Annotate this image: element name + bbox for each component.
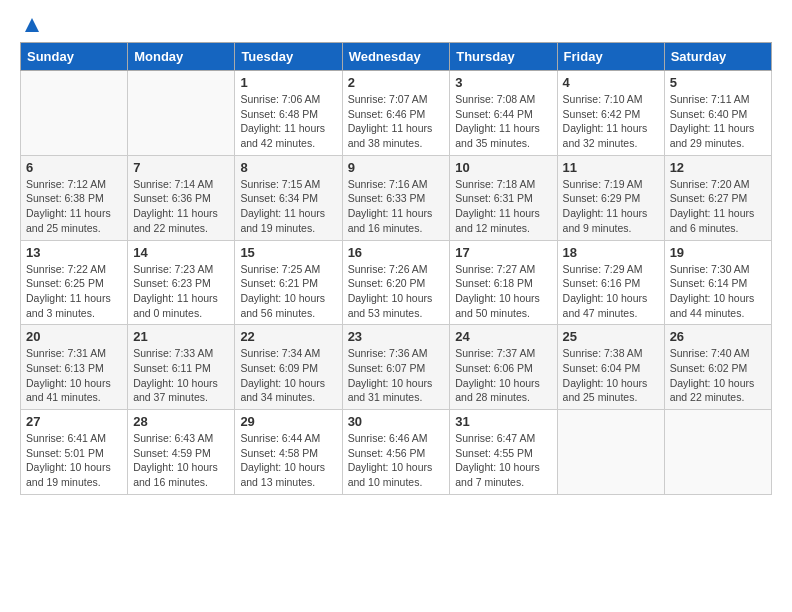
calendar-cell — [664, 410, 771, 495]
calendar-cell: 30Sunrise: 6:46 AMSunset: 4:56 PMDayligh… — [342, 410, 450, 495]
day-number: 23 — [348, 329, 445, 344]
weekday-header-sunday: Sunday — [21, 43, 128, 71]
day-number: 30 — [348, 414, 445, 429]
day-info: Sunrise: 7:36 AMSunset: 6:07 PMDaylight:… — [348, 346, 445, 405]
calendar-week-row: 1Sunrise: 7:06 AMSunset: 6:48 PMDaylight… — [21, 71, 772, 156]
calendar-cell: 24Sunrise: 7:37 AMSunset: 6:06 PMDayligh… — [450, 325, 557, 410]
day-number: 20 — [26, 329, 122, 344]
day-number: 3 — [455, 75, 551, 90]
day-info: Sunrise: 7:25 AMSunset: 6:21 PMDaylight:… — [240, 262, 336, 321]
calendar-cell: 10Sunrise: 7:18 AMSunset: 6:31 PMDayligh… — [450, 155, 557, 240]
calendar-cell: 9Sunrise: 7:16 AMSunset: 6:33 PMDaylight… — [342, 155, 450, 240]
calendar-cell: 12Sunrise: 7:20 AMSunset: 6:27 PMDayligh… — [664, 155, 771, 240]
calendar-cell: 4Sunrise: 7:10 AMSunset: 6:42 PMDaylight… — [557, 71, 664, 156]
calendar-cell: 1Sunrise: 7:06 AMSunset: 6:48 PMDaylight… — [235, 71, 342, 156]
weekday-header-friday: Friday — [557, 43, 664, 71]
calendar-cell: 7Sunrise: 7:14 AMSunset: 6:36 PMDaylight… — [128, 155, 235, 240]
calendar-cell: 20Sunrise: 7:31 AMSunset: 6:13 PMDayligh… — [21, 325, 128, 410]
calendar-cell: 14Sunrise: 7:23 AMSunset: 6:23 PMDayligh… — [128, 240, 235, 325]
calendar-cell: 15Sunrise: 7:25 AMSunset: 6:21 PMDayligh… — [235, 240, 342, 325]
calendar-cell: 26Sunrise: 7:40 AMSunset: 6:02 PMDayligh… — [664, 325, 771, 410]
calendar-table: SundayMondayTuesdayWednesdayThursdayFrid… — [20, 42, 772, 495]
calendar-cell: 21Sunrise: 7:33 AMSunset: 6:11 PMDayligh… — [128, 325, 235, 410]
calendar-cell: 18Sunrise: 7:29 AMSunset: 6:16 PMDayligh… — [557, 240, 664, 325]
calendar-cell: 11Sunrise: 7:19 AMSunset: 6:29 PMDayligh… — [557, 155, 664, 240]
weekday-header-thursday: Thursday — [450, 43, 557, 71]
day-number: 11 — [563, 160, 659, 175]
day-info: Sunrise: 6:44 AMSunset: 4:58 PMDaylight:… — [240, 431, 336, 490]
day-number: 6 — [26, 160, 122, 175]
calendar-cell: 27Sunrise: 6:41 AMSunset: 5:01 PMDayligh… — [21, 410, 128, 495]
calendar-cell: 22Sunrise: 7:34 AMSunset: 6:09 PMDayligh… — [235, 325, 342, 410]
day-info: Sunrise: 7:20 AMSunset: 6:27 PMDaylight:… — [670, 177, 766, 236]
calendar-cell: 6Sunrise: 7:12 AMSunset: 6:38 PMDaylight… — [21, 155, 128, 240]
calendar-week-row: 27Sunrise: 6:41 AMSunset: 5:01 PMDayligh… — [21, 410, 772, 495]
day-info: Sunrise: 7:27 AMSunset: 6:18 PMDaylight:… — [455, 262, 551, 321]
day-info: Sunrise: 7:18 AMSunset: 6:31 PMDaylight:… — [455, 177, 551, 236]
day-number: 21 — [133, 329, 229, 344]
day-info: Sunrise: 7:08 AMSunset: 6:44 PMDaylight:… — [455, 92, 551, 151]
calendar-cell: 8Sunrise: 7:15 AMSunset: 6:34 PMDaylight… — [235, 155, 342, 240]
day-info: Sunrise: 7:34 AMSunset: 6:09 PMDaylight:… — [240, 346, 336, 405]
calendar-cell: 3Sunrise: 7:08 AMSunset: 6:44 PMDaylight… — [450, 71, 557, 156]
day-number: 18 — [563, 245, 659, 260]
weekday-header-wednesday: Wednesday — [342, 43, 450, 71]
calendar-cell: 17Sunrise: 7:27 AMSunset: 6:18 PMDayligh… — [450, 240, 557, 325]
day-number: 12 — [670, 160, 766, 175]
calendar-cell: 13Sunrise: 7:22 AMSunset: 6:25 PMDayligh… — [21, 240, 128, 325]
calendar-header-row: SundayMondayTuesdayWednesdayThursdayFrid… — [21, 43, 772, 71]
day-number: 16 — [348, 245, 445, 260]
weekday-header-saturday: Saturday — [664, 43, 771, 71]
day-info: Sunrise: 7:15 AMSunset: 6:34 PMDaylight:… — [240, 177, 336, 236]
day-info: Sunrise: 7:16 AMSunset: 6:33 PMDaylight:… — [348, 177, 445, 236]
calendar-cell: 28Sunrise: 6:43 AMSunset: 4:59 PMDayligh… — [128, 410, 235, 495]
day-number: 31 — [455, 414, 551, 429]
calendar-cell: 29Sunrise: 6:44 AMSunset: 4:58 PMDayligh… — [235, 410, 342, 495]
weekday-header-tuesday: Tuesday — [235, 43, 342, 71]
calendar-week-row: 20Sunrise: 7:31 AMSunset: 6:13 PMDayligh… — [21, 325, 772, 410]
day-number: 22 — [240, 329, 336, 344]
page-header — [20, 20, 772, 32]
calendar-week-row: 6Sunrise: 7:12 AMSunset: 6:38 PMDaylight… — [21, 155, 772, 240]
day-number: 5 — [670, 75, 766, 90]
logo — [20, 20, 41, 32]
day-number: 29 — [240, 414, 336, 429]
day-info: Sunrise: 7:10 AMSunset: 6:42 PMDaylight:… — [563, 92, 659, 151]
day-info: Sunrise: 7:40 AMSunset: 6:02 PMDaylight:… — [670, 346, 766, 405]
calendar-cell: 2Sunrise: 7:07 AMSunset: 6:46 PMDaylight… — [342, 71, 450, 156]
day-number: 17 — [455, 245, 551, 260]
day-number: 8 — [240, 160, 336, 175]
day-number: 24 — [455, 329, 551, 344]
day-number: 7 — [133, 160, 229, 175]
day-number: 2 — [348, 75, 445, 90]
day-info: Sunrise: 7:22 AMSunset: 6:25 PMDaylight:… — [26, 262, 122, 321]
day-number: 13 — [26, 245, 122, 260]
day-number: 27 — [26, 414, 122, 429]
day-info: Sunrise: 6:47 AMSunset: 4:55 PMDaylight:… — [455, 431, 551, 490]
calendar-cell: 31Sunrise: 6:47 AMSunset: 4:55 PMDayligh… — [450, 410, 557, 495]
day-number: 14 — [133, 245, 229, 260]
day-info: Sunrise: 6:43 AMSunset: 4:59 PMDaylight:… — [133, 431, 229, 490]
day-info: Sunrise: 7:26 AMSunset: 6:20 PMDaylight:… — [348, 262, 445, 321]
day-info: Sunrise: 7:19 AMSunset: 6:29 PMDaylight:… — [563, 177, 659, 236]
calendar-cell — [21, 71, 128, 156]
day-info: Sunrise: 7:14 AMSunset: 6:36 PMDaylight:… — [133, 177, 229, 236]
calendar-cell: 25Sunrise: 7:38 AMSunset: 6:04 PMDayligh… — [557, 325, 664, 410]
day-info: Sunrise: 7:06 AMSunset: 6:48 PMDaylight:… — [240, 92, 336, 151]
day-info: Sunrise: 7:11 AMSunset: 6:40 PMDaylight:… — [670, 92, 766, 151]
day-info: Sunrise: 6:41 AMSunset: 5:01 PMDaylight:… — [26, 431, 122, 490]
day-info: Sunrise: 7:30 AMSunset: 6:14 PMDaylight:… — [670, 262, 766, 321]
calendar-cell: 16Sunrise: 7:26 AMSunset: 6:20 PMDayligh… — [342, 240, 450, 325]
day-info: Sunrise: 7:38 AMSunset: 6:04 PMDaylight:… — [563, 346, 659, 405]
day-number: 26 — [670, 329, 766, 344]
calendar-cell — [128, 71, 235, 156]
svg-marker-0 — [25, 18, 39, 32]
day-info: Sunrise: 6:46 AMSunset: 4:56 PMDaylight:… — [348, 431, 445, 490]
day-info: Sunrise: 7:31 AMSunset: 6:13 PMDaylight:… — [26, 346, 122, 405]
calendar-cell: 23Sunrise: 7:36 AMSunset: 6:07 PMDayligh… — [342, 325, 450, 410]
day-info: Sunrise: 7:29 AMSunset: 6:16 PMDaylight:… — [563, 262, 659, 321]
day-info: Sunrise: 7:12 AMSunset: 6:38 PMDaylight:… — [26, 177, 122, 236]
day-number: 1 — [240, 75, 336, 90]
logo-arrow-icon — [23, 16, 41, 38]
calendar-week-row: 13Sunrise: 7:22 AMSunset: 6:25 PMDayligh… — [21, 240, 772, 325]
